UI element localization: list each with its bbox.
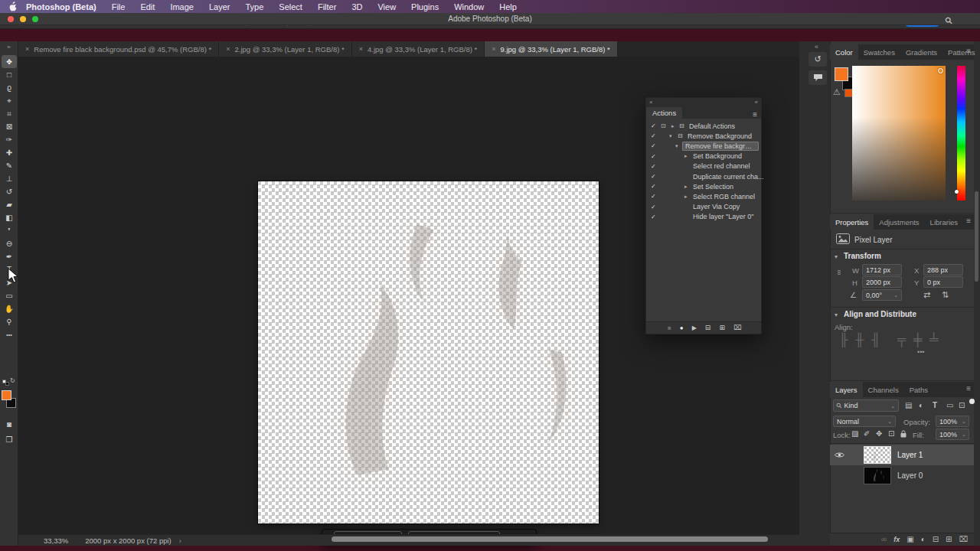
menu-item-edit[interactable]: Edit: [133, 2, 162, 11]
action-row[interactable]: ✓ ▸ Select RGB channel: [646, 191, 761, 201]
tab-properties[interactable]: Properties: [830, 214, 874, 230]
crop-tool[interactable]: ⌗: [0, 107, 18, 120]
filter-adjustment-layers-icon[interactable]: ◐: [919, 402, 923, 409]
layer-row-layer-1[interactable]: Layer 1: [830, 445, 974, 465]
layer-mask-icon[interactable]: ▣: [906, 536, 913, 543]
marquee-tool[interactable]: □: [0, 68, 18, 81]
action-row[interactable]: ✓ Layer Via Copy: [646, 202, 761, 212]
align-section-chevron-icon[interactable]: ▾: [835, 311, 838, 318]
align-section-title[interactable]: Align and Distribute: [844, 310, 916, 318]
eyedropper-tool[interactable]: ✑: [0, 133, 18, 146]
opacity-dropdown[interactable]: 100% ⌄: [936, 416, 969, 427]
lock-pixels-icon[interactable]: ✐: [864, 430, 870, 438]
comments-icon[interactable]: [808, 70, 827, 85]
action-row[interactable]: ✓ Duplicate current cha...: [646, 171, 761, 181]
status-chevron-icon[interactable]: ›: [179, 536, 181, 545]
action-row[interactable]: ✓ Hide layer "Layer 0": [646, 212, 761, 222]
document-canvas[interactable]: [258, 181, 599, 523]
record-icon[interactable]: ●: [680, 325, 684, 331]
menu-item-type[interactable]: Type: [238, 2, 270, 11]
new-layer-icon[interactable]: ⊞: [946, 536, 952, 543]
blur-tool[interactable]: ❜: [0, 224, 18, 237]
width-field[interactable]: 1712 px: [862, 264, 902, 276]
actions-close-icon[interactable]: ×: [649, 99, 653, 106]
dodge-tool[interactable]: ⊖: [0, 237, 18, 250]
filter-smart-objects-icon[interactable]: ⊡: [959, 402, 965, 409]
zoom-level[interactable]: 33,33%: [44, 536, 68, 545]
tab-channels[interactable]: Channels: [863, 382, 904, 397]
actions-collapse-icon[interactable]: «: [755, 99, 758, 106]
action-row[interactable]: ✓ ⊡ ▸ ⊟ Default Actions: [646, 121, 761, 131]
x-field[interactable]: 288 px: [923, 264, 963, 276]
swap-colors-icon[interactable]: ↻: [2, 378, 16, 386]
tab-patterns[interactable]: Patterns: [942, 44, 980, 60]
tab-color[interactable]: Color: [830, 44, 858, 60]
transform-section-title[interactable]: Transform: [844, 252, 881, 260]
saturation-brightness-field[interactable]: [852, 66, 946, 201]
document-tab-active[interactable]: × 9.jpg @ 33,3% (Layer 1, RGB/8) *: [485, 41, 618, 57]
tab-adjustments[interactable]: Adjustments: [874, 214, 924, 230]
foreground-background-colors[interactable]: [0, 389, 18, 413]
menu-item-view[interactable]: View: [371, 2, 403, 11]
color-panel-menu-icon[interactable]: ≡: [966, 47, 971, 55]
menu-item-window[interactable]: Window: [447, 2, 491, 11]
menu-item-layer[interactable]: Layer: [202, 2, 237, 11]
zoom-tool[interactable]: ⚲: [0, 315, 18, 328]
menu-item-plugins[interactable]: Plugins: [404, 2, 446, 11]
new-action-icon[interactable]: ⊞: [719, 324, 725, 331]
filter-shape-layers-icon[interactable]: ▭: [946, 402, 953, 409]
action-row[interactable]: ✓ ▸ Set Background: [646, 152, 761, 161]
tab-layers[interactable]: Layers: [830, 382, 863, 397]
document-tab[interactable]: × Remove fire black background.psd @ 45,…: [18, 41, 219, 57]
hue-slider[interactable]: [957, 66, 965, 201]
shape-tool[interactable]: ▭: [0, 289, 18, 302]
flip-horizontal-icon[interactable]: ⇄: [923, 291, 930, 299]
lasso-tool[interactable]: ϱ: [0, 81, 18, 94]
actions-panel-tab[interactable]: Actions: [646, 107, 682, 119]
lock-artboard-icon[interactable]: ⊡: [888, 430, 894, 438]
layer-name[interactable]: Layer 0: [897, 471, 923, 480]
tab-paths[interactable]: Paths: [904, 382, 933, 397]
tab-swatches[interactable]: Swatches: [858, 44, 900, 60]
quick-mask-icon[interactable]: ◙: [0, 418, 18, 431]
layer-style-icon[interactable]: fx: [893, 536, 900, 543]
menu-item-3d[interactable]: 3D: [345, 2, 369, 11]
gradient-tool[interactable]: ◧: [0, 211, 18, 224]
version-history-icon[interactable]: ↺: [808, 52, 827, 67]
play-icon[interactable]: ▶: [692, 325, 697, 331]
object-selection-tool[interactable]: ⌖: [0, 94, 18, 107]
more-align-icon[interactable]: •••: [917, 349, 924, 356]
document-tab[interactable]: × 2.jpg @ 33,3% (Layer 1, RGB/8) *: [219, 41, 352, 57]
lock-transparency-icon[interactable]: ▨: [851, 430, 858, 438]
fill-dropdown[interactable]: 100% ⌄: [936, 429, 969, 440]
filter-pixel-layers-icon[interactable]: ▤: [905, 402, 912, 409]
layer-thumbnail[interactable]: [864, 467, 891, 484]
new-set-icon[interactable]: ⊟: [705, 324, 711, 331]
close-tab-icon[interactable]: ×: [25, 45, 29, 53]
frame-tool[interactable]: ⊠: [0, 120, 18, 133]
flip-vertical-icon[interactable]: ⇅: [942, 291, 949, 299]
color-picker-marker[interactable]: [938, 68, 943, 73]
delete-action-icon[interactable]: ⌧: [733, 324, 741, 331]
menu-item-image[interactable]: Image: [163, 2, 201, 11]
adjustment-layer-icon[interactable]: ◐: [921, 536, 926, 543]
blend-mode-dropdown[interactable]: Normal ⌄: [833, 416, 896, 427]
tab-libraries[interactable]: Libraries: [925, 214, 963, 230]
action-row[interactable]: ✓ ▸ Set Selection: [646, 181, 761, 191]
history-brush-tool[interactable]: ↺: [0, 185, 18, 198]
menu-item-select[interactable]: Select: [272, 2, 309, 11]
apple-icon[interactable]: [9, 2, 18, 11]
actions-menu-icon[interactable]: ≡: [753, 110, 757, 119]
lock-position-icon[interactable]: ✥: [876, 430, 882, 438]
close-tab-icon[interactable]: ×: [226, 45, 230, 53]
link-dimensions-icon[interactable]: ∞: [835, 269, 843, 275]
pen-tool[interactable]: ✒: [0, 250, 18, 263]
zoom-window-button[interactable]: [32, 16, 38, 22]
delete-layer-icon[interactable]: ⌧: [959, 536, 968, 543]
kind-filter-dropdown[interactable]: ⚲ Kind ⌄: [833, 399, 899, 412]
edit-toolbar-icon[interactable]: •••: [0, 328, 18, 341]
filter-type-layers-icon[interactable]: T: [933, 402, 937, 409]
layer-thumbnail[interactable]: [864, 446, 891, 464]
action-row-selected[interactable]: ✓ ▾ Remove fire background ...: [646, 141, 761, 151]
height-field[interactable]: 2000 px: [862, 276, 902, 288]
